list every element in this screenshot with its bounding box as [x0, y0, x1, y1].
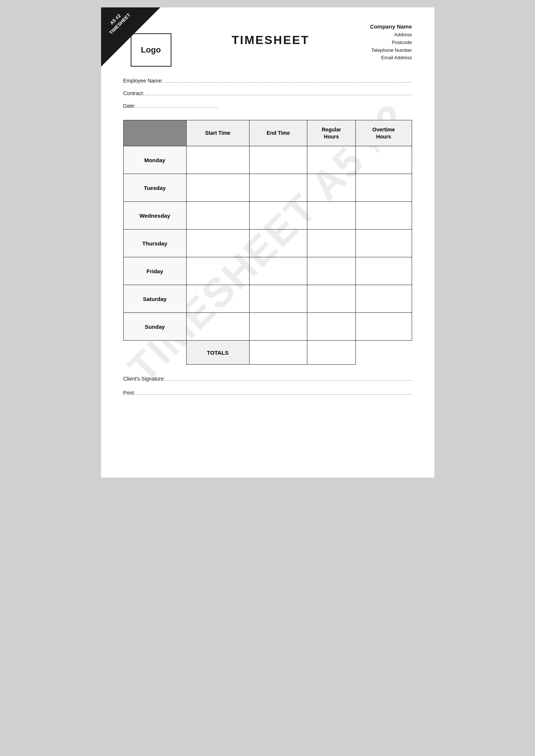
company-postcode: Postcode	[370, 39, 412, 47]
sunday-start[interactable]	[186, 313, 249, 341]
table-header-row: Start Time End Time RegularHours Overtim…	[123, 120, 412, 146]
wednesday-end[interactable]	[249, 202, 307, 230]
header-regular-hours: RegularHours	[307, 120, 356, 146]
sunday-overtime[interactable]	[355, 313, 412, 341]
saturday-regular[interactable]	[307, 285, 356, 313]
monday-overtime[interactable]	[355, 146, 412, 174]
totals-label: TOTALS	[186, 341, 249, 365]
employee-name-input[interactable]	[164, 82, 412, 83]
totals-empty-1	[123, 341, 186, 365]
contract-line: Contract:	[123, 90, 412, 96]
table-row: Saturday	[123, 285, 412, 313]
title-section: TIMESHEET	[171, 22, 370, 47]
day-thursday: Thursday	[123, 230, 186, 257]
tuesday-overtime[interactable]	[355, 174, 412, 202]
totals-overtime[interactable]	[307, 341, 356, 365]
client-signature-label: Client's Signature:	[123, 376, 165, 382]
table-row: Wednesday	[123, 202, 412, 230]
saturday-end[interactable]	[249, 285, 307, 313]
thursday-regular[interactable]	[307, 230, 356, 257]
form-fields: Employee Name: Contract: Date:	[123, 78, 412, 109]
table-row: Friday	[123, 257, 412, 285]
totals-regular[interactable]	[249, 341, 307, 365]
wednesday-regular[interactable]	[307, 202, 356, 230]
thursday-end[interactable]	[249, 230, 307, 257]
header-overtime-hours: OvertimeHours	[355, 120, 412, 146]
contract-label: Contract:	[123, 90, 144, 96]
totals-row: TOTALS	[123, 341, 412, 365]
day-wednesday: Wednesday	[123, 202, 186, 230]
table-row: Tuesday	[123, 174, 412, 202]
table-row: Sunday	[123, 313, 412, 341]
wednesday-overtime[interactable]	[355, 202, 412, 230]
date-line: Date:	[123, 103, 412, 109]
sunday-regular[interactable]	[307, 313, 356, 341]
sunday-end[interactable]	[249, 313, 307, 341]
friday-end[interactable]	[249, 257, 307, 285]
company-email: Email Address	[370, 54, 412, 62]
monday-end[interactable]	[249, 146, 307, 174]
company-info: Company Name Address Postcode Telephone …	[370, 22, 412, 62]
corner-banner: A5 #2 TIMESHEET	[101, 7, 160, 67]
print-input[interactable]	[137, 394, 412, 395]
friday-regular[interactable]	[307, 257, 356, 285]
company-name: Company Name	[370, 22, 412, 31]
day-monday: Monday	[123, 146, 186, 174]
day-sunday: Sunday	[123, 313, 186, 341]
header-start-time: Start Time	[186, 120, 249, 146]
day-saturday: Saturday	[123, 285, 186, 313]
tuesday-start[interactable]	[186, 174, 249, 202]
header-day-cell	[123, 120, 186, 146]
tuesday-end[interactable]	[249, 174, 307, 202]
table-row: Thursday	[123, 230, 412, 257]
company-address: Address	[370, 31, 412, 39]
page-title: TIMESHEET	[232, 33, 310, 47]
day-friday: Friday	[123, 257, 186, 285]
contract-input[interactable]	[146, 95, 412, 95]
employee-name-label: Employee Name:	[123, 78, 163, 84]
header: Logo TIMESHEET Company Name Address Post…	[123, 22, 412, 67]
friday-start[interactable]	[186, 257, 249, 285]
thursday-start[interactable]	[186, 230, 249, 257]
client-signature-line: Client's Signature:	[123, 376, 412, 382]
employee-name-line: Employee Name:	[123, 78, 412, 84]
client-signature-input[interactable]	[167, 380, 412, 381]
saturday-overtime[interactable]	[355, 285, 412, 313]
monday-start[interactable]	[186, 146, 249, 174]
day-tuesday: Tuesday	[123, 174, 186, 202]
print-line: Print:	[123, 390, 412, 396]
header-end-time: End Time	[249, 120, 307, 146]
monday-regular[interactable]	[307, 146, 356, 174]
saturday-start[interactable]	[186, 285, 249, 313]
timesheet-table: Start Time End Time RegularHours Overtim…	[123, 120, 412, 365]
date-label: Date:	[123, 103, 136, 109]
print-label: Print:	[123, 390, 136, 396]
tuesday-regular[interactable]	[307, 174, 356, 202]
wednesday-start[interactable]	[186, 202, 249, 230]
table-row: Monday	[123, 146, 412, 174]
date-input[interactable]	[137, 107, 218, 108]
company-telephone: Telephone Number	[370, 47, 412, 54]
signature-section: Client's Signature: Print:	[123, 376, 412, 396]
friday-overtime[interactable]	[355, 257, 412, 285]
thursday-overtime[interactable]	[355, 230, 412, 257]
page: A5 #2 TIMESHEET TIMESHEET A5 #2 sales@sm…	[101, 7, 434, 478]
